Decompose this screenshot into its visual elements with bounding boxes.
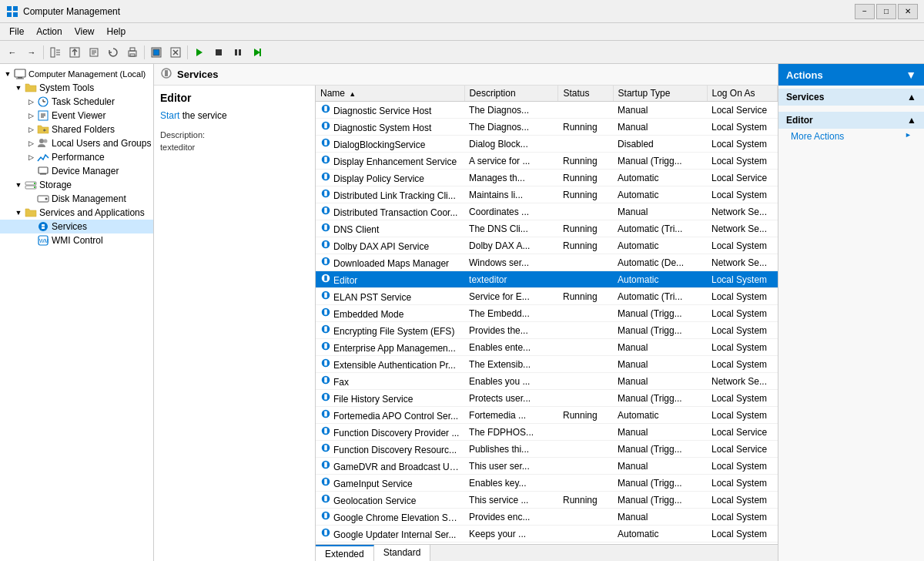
- tree-event-viewer[interactable]: ▷ Event Viewer: [0, 109, 153, 123]
- cell-logon: Local System: [707, 356, 777, 373]
- table-row[interactable]: DNS Client The DNS Cli... Running Automa…: [316, 220, 778, 237]
- table-row[interactable]: Function Discovery Provider ... The FDPH…: [316, 424, 778, 441]
- table-row[interactable]: GameDVR and Broadcast Us... This user se…: [316, 458, 778, 475]
- table-row[interactable]: Editor texteditor Automatic Local System: [316, 271, 778, 288]
- toolbar-btn-8[interactable]: [147, 44, 166, 61]
- show-hide-tree-button[interactable]: [46, 44, 65, 61]
- cell-logon: Network Se...: [707, 220, 777, 237]
- cell-startup: Manual (Trigg...: [613, 153, 707, 170]
- tree-disk-management[interactable]: Disk Management: [0, 192, 153, 206]
- performance-icon: [37, 151, 49, 163]
- tree-local-users[interactable]: ▷ Local Users and Groups: [0, 136, 153, 150]
- table-row[interactable]: Enterprise App Managemen... Enables ente…: [316, 339, 778, 356]
- toolbar-btn-9[interactable]: [166, 44, 185, 61]
- actions-editor-section-title[interactable]: Editor ▲: [778, 112, 924, 129]
- play-button[interactable]: [190, 44, 209, 61]
- table-row[interactable]: Distributed Transaction Coor... Coordina…: [316, 203, 778, 220]
- table-row[interactable]: Fortemedia APO Control Ser... Fortemedia…: [316, 407, 778, 424]
- menu-view[interactable]: View: [69, 25, 101, 39]
- start-service-link[interactable]: Start: [160, 110, 179, 121]
- table-row[interactable]: Geolocation Service This service ... Run…: [316, 492, 778, 509]
- back-button[interactable]: ←: [3, 44, 22, 61]
- tree-wmi-control[interactable]: WMI WMI Control: [0, 233, 153, 247]
- computer-icon: [14, 68, 26, 80]
- tree-storage[interactable]: ▼ Storage: [0, 178, 153, 192]
- tree-root[interactable]: ▼ Computer Management (Local): [0, 67, 153, 81]
- table-row[interactable]: Google Updater Internal Ser... Keeps you…: [316, 526, 778, 543]
- maximize-button[interactable]: □: [876, 4, 896, 19]
- stop-button[interactable]: [209, 44, 228, 61]
- tree-performance[interactable]: ▷ Performance: [0, 150, 153, 164]
- tree-shared-folders[interactable]: ▷ Shared Folders: [0, 123, 153, 136]
- tree-services-applications[interactable]: ▼ Services and Applications: [0, 206, 153, 220]
- cell-desc: Manages th...: [464, 170, 558, 186]
- actions-services-section-title[interactable]: Services ▲: [778, 89, 924, 106]
- col-header-status[interactable]: Status: [558, 86, 613, 102]
- actions-collapse-icon[interactable]: ▼: [906, 69, 916, 81]
- cell-name: Encrypting File System (EFS): [316, 322, 464, 339]
- col-header-description[interactable]: Description: [464, 86, 558, 102]
- cell-startup: Automatic: [613, 170, 707, 186]
- table-row[interactable]: Function Discovery Resourc... Publishes …: [316, 441, 778, 458]
- cell-name: Editor: [316, 271, 464, 288]
- tree-services[interactable]: Services: [0, 220, 153, 233]
- cell-startup: Manual (Trigg...: [613, 390, 707, 407]
- tree-system-tools-label: System Tools: [39, 82, 94, 93]
- col-header-logon[interactable]: Log On As: [707, 86, 777, 102]
- svg-rect-18: [153, 49, 159, 55]
- table-row[interactable]: Extensible Authentication Pr... The Exte…: [316, 356, 778, 373]
- svg-rect-15: [130, 48, 135, 51]
- col-header-name[interactable]: Name ▲: [316, 86, 464, 102]
- menu-help[interactable]: Help: [101, 25, 132, 39]
- close-button[interactable]: ✕: [898, 4, 918, 19]
- cell-status: Running: [558, 170, 613, 186]
- table-row[interactable]: Diagnostic Service Host The Diagnos... M…: [316, 102, 778, 119]
- more-actions-item[interactable]: More Actions ►: [778, 129, 924, 144]
- cell-status: [558, 526, 613, 543]
- print-button[interactable]: [123, 44, 142, 61]
- minimize-button[interactable]: −: [855, 4, 875, 19]
- cell-logon: Local System: [707, 458, 777, 475]
- pause-button[interactable]: [229, 44, 247, 61]
- cell-name: Function Discovery Provider ...: [316, 424, 464, 441]
- col-header-startup[interactable]: Startup Type: [613, 86, 707, 102]
- table-row[interactable]: Display Policy Service Manages th... Run…: [316, 170, 778, 186]
- cell-status: [558, 475, 613, 492]
- tree-system-tools[interactable]: ▼ System Tools: [0, 81, 153, 95]
- table-row[interactable]: ELAN PST Service Service for E... Runnin…: [316, 288, 778, 305]
- menu-file[interactable]: File: [3, 25, 30, 39]
- svg-point-45: [34, 186, 35, 188]
- table-row[interactable]: Dolby DAX API Service Dolby DAX A... Run…: [316, 237, 778, 254]
- cell-desc: Maintains li...: [464, 186, 558, 203]
- refresh-button[interactable]: [104, 44, 122, 61]
- table-row[interactable]: DialogBlockingService Dialog Block... Di…: [316, 136, 778, 153]
- svg-rect-80: [324, 310, 327, 315]
- table-row[interactable]: Distributed Link Tracking Cli... Maintai…: [316, 186, 778, 203]
- cell-name: Fortemedia APO Control Ser...: [316, 407, 464, 424]
- table-row[interactable]: Downloaded Maps Manager Windows ser... A…: [316, 254, 778, 271]
- table-row[interactable]: Diagnostic System Host The Diagnos... Ru…: [316, 119, 778, 136]
- restart-button[interactable]: [248, 44, 266, 61]
- table-row[interactable]: Google Chrome Elevation Se... Provides e…: [316, 509, 778, 526]
- table-row[interactable]: Encrypting File System (EFS) Provides th…: [316, 322, 778, 339]
- table-row[interactable]: Embedded Mode The Embedd... Manual (Trig…: [316, 305, 778, 322]
- cell-status: [558, 356, 613, 373]
- up-button[interactable]: [65, 44, 84, 61]
- sort-arrow: ▲: [349, 90, 356, 98]
- forward-button[interactable]: →: [22, 44, 41, 61]
- properties-button[interactable]: [85, 44, 103, 61]
- table-row[interactable]: File History Service Protects user... Ma…: [316, 390, 778, 407]
- menu-action[interactable]: Action: [30, 25, 68, 39]
- svg-rect-74: [324, 259, 327, 264]
- cell-status: [558, 271, 613, 288]
- tree-task-scheduler[interactable]: ▷ Task Scheduler: [0, 95, 153, 109]
- tab-extended[interactable]: Extended: [316, 545, 374, 561]
- clock-icon: [37, 96, 49, 108]
- tab-standard[interactable]: Standard: [374, 545, 431, 561]
- table-row[interactable]: Display Enhancement Service A service fo…: [316, 153, 778, 170]
- table-row[interactable]: GameInput Service Enables key... Manual …: [316, 475, 778, 492]
- table-row[interactable]: Fax Enables you ... Manual Network Se...: [316, 373, 778, 390]
- tree-device-manager[interactable]: Device Manager: [0, 164, 153, 178]
- svg-rect-90: [324, 395, 327, 400]
- svg-rect-66: [324, 191, 327, 197]
